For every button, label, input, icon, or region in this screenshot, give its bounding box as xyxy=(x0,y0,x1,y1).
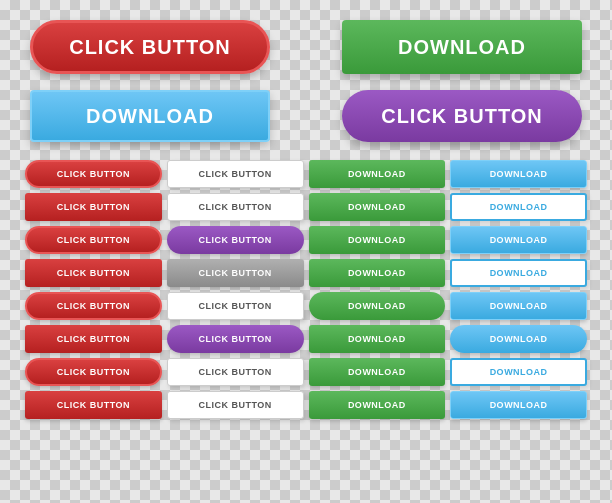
small-red-6[interactable]: CLICK BUTTON xyxy=(25,325,162,353)
small-red-2[interactable]: CLICK BUTTON xyxy=(25,193,162,221)
large-row-2: DOWNLOAD CLICK BUTTON xyxy=(20,90,592,142)
small-blue-3[interactable]: DOWNLOAD xyxy=(450,226,587,254)
small-purple-1[interactable]: CLICK BUTTON xyxy=(167,160,304,188)
col-blue: DOWNLOAD DOWNLOAD DOWNLOAD DOWNLOAD DOWN… xyxy=(450,160,587,419)
main-container: CLICK BUTTON DOWNLOAD DOWNLOAD CLICK BUT… xyxy=(0,0,612,503)
small-green-2[interactable]: DOWNLOAD xyxy=(309,193,446,221)
small-blue-4[interactable]: DOWNLOAD xyxy=(450,259,587,287)
col-green: DOWNLOAD DOWNLOAD DOWNLOAD DOWNLOAD DOWN… xyxy=(309,160,446,419)
small-red-4[interactable]: CLICK BUTTON xyxy=(25,259,162,287)
small-green-4[interactable]: DOWNLOAD xyxy=(309,259,446,287)
small-purple-5[interactable]: CLICK BUTTON xyxy=(167,292,304,320)
small-red-3[interactable]: CLICK BUTTON xyxy=(25,226,162,254)
col-purple: CLICK BUTTON CLICK BUTTON CLICK BUTTON C… xyxy=(167,160,304,419)
small-purple-7[interactable]: CLICK BUTTON xyxy=(167,358,304,386)
small-red-5[interactable]: CLICK BUTTON xyxy=(25,292,162,320)
col-red: CLICK BUTTON CLICK BUTTON CLICK BUTTON C… xyxy=(25,160,162,419)
small-blue-6[interactable]: DOWNLOAD xyxy=(450,325,587,353)
small-green-5[interactable]: DOWNLOAD xyxy=(309,292,446,320)
small-red-8[interactable]: CLICK BUTTON xyxy=(25,391,162,419)
small-green-3[interactable]: DOWNLOAD xyxy=(309,226,446,254)
small-purple-8[interactable]: CLICK BUTTON xyxy=(167,391,304,419)
large-row-1: CLICK BUTTON DOWNLOAD xyxy=(20,20,592,74)
small-blue-7[interactable]: DOWNLOAD xyxy=(450,358,587,386)
small-blue-8[interactable]: DOWNLOAD xyxy=(450,391,587,419)
small-green-8[interactable]: DOWNLOAD xyxy=(309,391,446,419)
small-green-6[interactable]: DOWNLOAD xyxy=(309,325,446,353)
download-button-blue-medium[interactable]: DOWNLOAD xyxy=(30,90,270,142)
small-purple-3[interactable]: CLICK BUTTON xyxy=(167,226,304,254)
small-blue-5[interactable]: DOWNLOAD xyxy=(450,292,587,320)
small-buttons-grid: CLICK BUTTON CLICK BUTTON CLICK BUTTON C… xyxy=(20,160,592,419)
click-button-purple-medium[interactable]: CLICK BUTTON xyxy=(342,90,582,142)
small-purple-6[interactable]: CLICK BUTTON xyxy=(167,325,304,353)
small-green-7[interactable]: DOWNLOAD xyxy=(309,358,446,386)
small-red-7[interactable]: CLICK BUTTON xyxy=(25,358,162,386)
small-purple-4[interactable]: CLICK BUTTON xyxy=(167,259,304,287)
small-green-1[interactable]: DOWNLOAD xyxy=(309,160,446,188)
download-button-green-large[interactable]: DOWNLOAD xyxy=(342,20,582,74)
small-blue-2[interactable]: DOWNLOAD xyxy=(450,193,587,221)
small-blue-1[interactable]: DOWNLOAD xyxy=(450,160,587,188)
small-red-1[interactable]: CLICK BUTTON xyxy=(25,160,162,188)
click-button-red-large[interactable]: CLICK BUTTON xyxy=(30,20,270,74)
small-purple-2[interactable]: CLICK BUTTON xyxy=(167,193,304,221)
